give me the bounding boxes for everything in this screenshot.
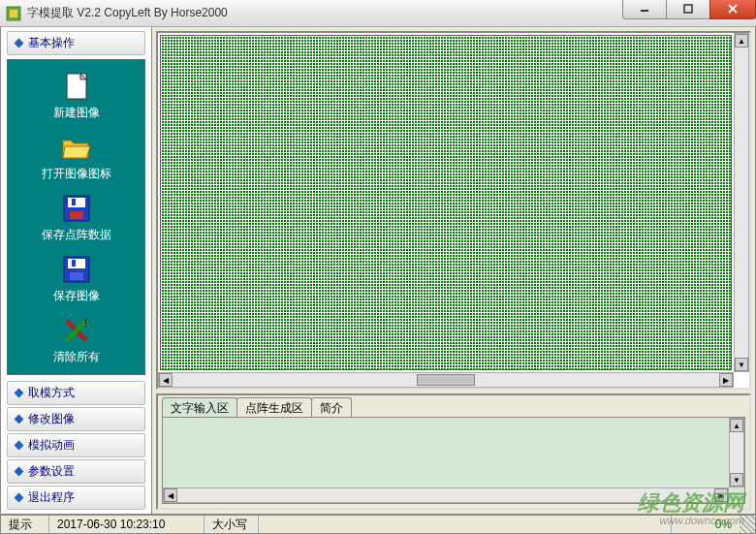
svg-rect-9: [68, 198, 85, 207]
tab-text-input[interactable]: 文字输入区: [162, 397, 237, 417]
tool-label: 保存点阵数据: [42, 227, 111, 243]
textarea-vscroll[interactable]: ▲ ▼: [729, 418, 744, 487]
tool-label: 打开图像图标: [42, 166, 111, 182]
sidebar-group-label: 退出程序: [28, 489, 75, 506]
tool-open-image[interactable]: 打开图像图标: [8, 133, 144, 182]
statusbar: 提示 2017-06-30 10:23:10 大小写 0%: [0, 515, 756, 534]
new-file-icon: [59, 72, 94, 101]
diamond-icon: [15, 467, 24, 477]
canvas-vscroll[interactable]: ▲ ▼: [734, 33, 749, 372]
status-datetime: 2017-06-30 10:23:10: [49, 516, 205, 533]
svg-rect-14: [70, 272, 83, 280]
status-percent: 0%: [672, 516, 740, 533]
sidebar-group-extract[interactable]: 取模方式: [7, 381, 145, 405]
scroll-down-icon[interactable]: ▼: [735, 358, 748, 371]
sidebar-group-label: 基本操作: [28, 35, 75, 51]
tool-label: 保存图像: [53, 288, 100, 304]
sidebar-group-animate[interactable]: 模拟动画: [7, 433, 145, 457]
tool-label: 清除所有: [53, 349, 100, 365]
window-title: 字模提取 V2.2 CopyLeft By Horse2000: [27, 5, 623, 21]
maximize-button[interactable]: [666, 0, 710, 19]
svg-rect-11: [72, 199, 76, 205]
tool-new-image[interactable]: 新建图像: [8, 72, 144, 121]
window-controls: [623, 0, 756, 19]
scroll-thumb[interactable]: [417, 374, 475, 386]
canvas-area: ▲ ▼ ◀ ▶: [156, 31, 751, 390]
sidebar-group-label: 模拟动画: [28, 437, 75, 454]
status-hint: 提示: [1, 516, 49, 533]
sidebar-tool-panel: 新建图像 打开图像图标 保存点阵数据 保存图像: [7, 59, 145, 375]
save-disk-blue-icon: [59, 255, 94, 284]
diamond-icon: [15, 441, 24, 451]
sidebar-group-label: 修改图像: [28, 411, 75, 427]
textarea-hscroll[interactable]: ◀ ▶: [163, 487, 729, 503]
svg-rect-15: [72, 260, 76, 267]
open-folder-icon: [59, 133, 94, 162]
sidebar: 基本操作 新建图像 打开图像图标 保存点阵数据: [1, 27, 152, 514]
tab-label: 点阵生成区: [245, 401, 303, 415]
sidebar-group-label: 参数设置: [28, 463, 75, 480]
diamond-icon: [15, 415, 24, 424]
clear-x-icon: !: [59, 316, 94, 345]
app-icon: [6, 6, 21, 21]
scroll-up-icon[interactable]: ▲: [730, 419, 743, 432]
svg-rect-1: [10, 10, 17, 17]
tool-save-image[interactable]: 保存图像: [8, 255, 144, 304]
sidebar-group-basic[interactable]: 基本操作: [7, 31, 145, 55]
svg-rect-3: [684, 5, 692, 13]
minimize-button[interactable]: [622, 0, 667, 19]
status-progress: [259, 516, 672, 533]
tab-label: 简介: [320, 401, 343, 415]
bottom-panel: 文字输入区 点阵生成区 简介 ▲ ▼ ◀ ▶: [156, 393, 751, 510]
save-disk-red-icon: [59, 194, 94, 223]
right-panel: ▲ ▼ ◀ ▶ 文字输入区 点阵生成区 简介 ▲ ▼: [152, 27, 755, 514]
tab-label: 文字输入区: [171, 401, 229, 415]
bottom-tabs: 文字输入区 点阵生成区 简介: [158, 395, 749, 417]
sidebar-group-exit[interactable]: 退出程序: [7, 486, 145, 510]
scroll-left-icon[interactable]: ◀: [159, 373, 173, 387]
diamond-icon: [15, 389, 24, 398]
sidebar-group-label: 取模方式: [28, 385, 75, 401]
sidebar-group-settings[interactable]: 参数设置: [7, 459, 145, 484]
scroll-right-icon[interactable]: ▶: [714, 488, 728, 502]
titlebar: 字模提取 V2.2 CopyLeft By Horse2000: [0, 0, 756, 27]
scroll-left-icon[interactable]: ◀: [164, 488, 177, 502]
tab-about[interactable]: 简介: [311, 397, 352, 417]
tab-matrix-output[interactable]: 点阵生成区: [236, 397, 312, 417]
sidebar-group-edit[interactable]: 修改图像: [7, 407, 145, 431]
sidebar-collapsed-groups: 取模方式 修改图像 模拟动画 参数设置 退出程序: [7, 379, 145, 512]
resize-grip[interactable]: [740, 516, 755, 533]
tool-label: 新建图像: [53, 105, 100, 121]
svg-text:!: !: [84, 318, 87, 329]
diamond-icon: [15, 493, 24, 503]
svg-rect-10: [70, 211, 83, 219]
text-input-area[interactable]: ▲ ▼ ◀ ▶: [162, 417, 745, 504]
svg-rect-13: [68, 259, 85, 268]
status-caps: 大小写: [205, 516, 259, 533]
pixel-grid-canvas[interactable]: [160, 35, 732, 370]
scroll-up-icon[interactable]: ▲: [735, 34, 748, 47]
tool-clear-all[interactable]: ! 清除所有: [8, 316, 144, 365]
canvas-hscroll[interactable]: ◀ ▶: [158, 372, 734, 388]
scroll-down-icon[interactable]: ▼: [730, 473, 743, 487]
close-button[interactable]: [709, 0, 756, 19]
tool-save-matrix[interactable]: 保存点阵数据: [8, 194, 144, 243]
scroll-right-icon[interactable]: ▶: [719, 373, 733, 387]
diamond-icon: [15, 39, 24, 48]
